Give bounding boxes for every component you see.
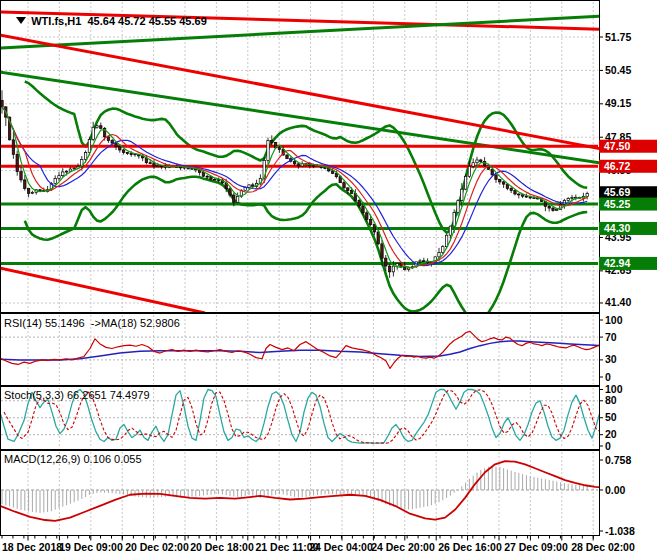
svg-text:0.00: 0.00 (605, 484, 626, 496)
candles[interactable] (1, 90, 589, 278)
svg-text:0.758: 0.758 (605, 454, 631, 466)
macd-indicator-label: MACD(12,26,9) 0.106 0.055 (4, 453, 142, 465)
svg-text:0: 0 (605, 371, 611, 383)
price-badge-label: 45.25 (604, 198, 630, 210)
time-axis-label: 20 Dec 18:00 (190, 541, 254, 553)
chart-ohlc-values: 45.64 45.72 45.55 45.69 (87, 15, 206, 27)
macd-panel[interactable] (0, 461, 622, 521)
svg-text:100: 100 (605, 383, 623, 395)
svg-text:70: 70 (605, 331, 617, 343)
stoch-indicator-label: Stoch(5,3,3) 66.2651 74.4979 (4, 389, 150, 401)
time-axis-label: 27 Dec 09:00 (504, 541, 568, 553)
svg-text:100: 100 (605, 314, 623, 326)
time-axis[interactable]: 18 Dec 201819 Dec 09:0020 Dec 02:0020 De… (2, 536, 635, 554)
svg-text:0: 0 (605, 440, 611, 452)
time-axis-label: 28 Dec 02:00 (571, 541, 635, 553)
svg-text:30: 30 (605, 353, 617, 365)
trading-chart-window: 51.7550.4549.1547.8546.5543.9542.6541.40… (0, 0, 660, 560)
green-trendline-descending (0, 72, 660, 172)
red-trendline-steep (0, 35, 660, 160)
time-axis-label: 20 Dec 02:00 (125, 541, 189, 553)
red-trendline-bottom-left (0, 268, 205, 313)
price-axis-label: 51.75 (605, 31, 631, 43)
time-axis-label: 18 Dec 2018 (2, 541, 62, 553)
chart-symbol-timeframe: WTI.fs,H1 (31, 15, 81, 27)
svg-text:20: 20 (605, 428, 617, 440)
price-badge-label: 42.94 (604, 257, 630, 269)
chart-canvas[interactable]: 51.7550.4549.1547.8546.5543.9542.6541.40… (0, 0, 660, 560)
svg-text:50: 50 (605, 411, 617, 423)
indicator-axes: 1007030010080502000.7580.00-1.038 (599, 314, 635, 537)
rsi-indicator-label: RSI(14) 55.1496 ->MA(18) 52.9806 (4, 317, 180, 329)
price-axis-label: 41.40 (605, 296, 631, 308)
collapse-indicator-triangle-icon[interactable] (16, 17, 26, 24)
trendlines[interactable] (0, 12, 660, 313)
svg-text:80: 80 (605, 394, 617, 406)
price-badge-label: 46.72 (604, 160, 630, 172)
svg-text:-1.038: -1.038 (605, 525, 635, 537)
chart-title: WTI.fs,H1 45.64 45.72 45.55 45.69 (4, 3, 207, 39)
time-axis-label: 24 Dec 20:00 (371, 541, 435, 553)
price-axis-label: 49.15 (605, 97, 631, 109)
time-axis-label: 24 Dec 04:00 (309, 541, 373, 553)
price-badge-label: 44.30 (604, 222, 630, 234)
price-axis-label: 50.45 (605, 64, 631, 76)
price-badge-label: 45.69 (604, 186, 630, 198)
price-badge-label: 47.50 (604, 140, 630, 152)
time-axis-label: 19 Dec 09:00 (59, 541, 123, 553)
price-axis[interactable]: 51.7550.4549.1547.8546.5543.9542.6541.40… (599, 31, 657, 309)
time-axis-label: 26 Dec 16:00 (438, 541, 502, 553)
